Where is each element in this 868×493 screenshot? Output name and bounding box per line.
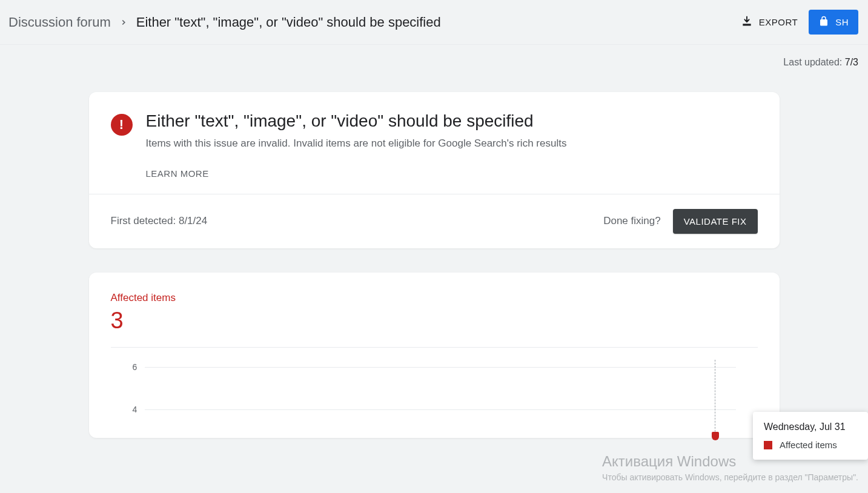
issue-card: ! Either "text", "image", or "video" sho… bbox=[89, 92, 780, 248]
share-label: SH bbox=[835, 17, 849, 27]
chart-data-point bbox=[712, 432, 719, 440]
export-label: EXPORT bbox=[759, 17, 798, 27]
first-detected-label: First detected: bbox=[111, 215, 179, 227]
learn-more-link[interactable]: LEARN MORE bbox=[146, 168, 209, 179]
first-detected: First detected: 8/1/24 bbox=[111, 215, 208, 227]
issue-description: Items with this issue are invalid. Inval… bbox=[146, 136, 567, 151]
chart-hover-line bbox=[715, 360, 715, 438]
chevron-right-icon bbox=[119, 15, 128, 30]
last-updated-value: 7/3 bbox=[845, 57, 858, 67]
chart-gridline bbox=[145, 409, 736, 410]
chart-ytick: 6 bbox=[133, 362, 137, 372]
last-updated-label: Last updated: bbox=[783, 57, 844, 67]
header-actions: EXPORT SH bbox=[741, 10, 858, 35]
done-fixing-label: Done fixing? bbox=[603, 215, 661, 227]
legend-color-swatch bbox=[764, 441, 772, 449]
tooltip-date: Wednesday, Jul 31 bbox=[764, 422, 857, 432]
lock-icon bbox=[818, 16, 829, 28]
breadcrumb-current: Either "text", "image", or "video" shoul… bbox=[136, 15, 441, 30]
last-updated: Last updated: 7/3 bbox=[0, 45, 868, 68]
page-header: Discussion forum Either "text", "image",… bbox=[0, 0, 868, 45]
breadcrumb-root[interactable]: Discussion forum bbox=[8, 15, 111, 30]
chart-tooltip: Wednesday, Jul 31 Affected items bbox=[753, 412, 868, 460]
validate-fix-button[interactable]: VALIDATE FIX bbox=[673, 209, 758, 234]
export-button[interactable]: EXPORT bbox=[741, 15, 798, 29]
affected-items-count: 3 bbox=[111, 308, 758, 347]
affected-items-label: Affected items bbox=[111, 292, 758, 304]
affected-items-card: Affected items 3 6 4 bbox=[89, 273, 780, 438]
chart-gridline bbox=[145, 367, 736, 368]
issue-title: Either "text", "image", or "video" shoul… bbox=[146, 111, 567, 131]
first-detected-value: 8/1/24 bbox=[179, 215, 207, 227]
affected-items-chart[interactable]: 6 4 bbox=[111, 347, 758, 438]
chart-ytick: 4 bbox=[133, 405, 137, 414]
breadcrumb: Discussion forum Either "text", "image",… bbox=[8, 15, 441, 30]
error-icon: ! bbox=[111, 114, 133, 136]
download-icon bbox=[741, 15, 753, 29]
tooltip-legend-label: Affected items bbox=[780, 440, 837, 450]
share-button[interactable]: SH bbox=[809, 10, 858, 35]
